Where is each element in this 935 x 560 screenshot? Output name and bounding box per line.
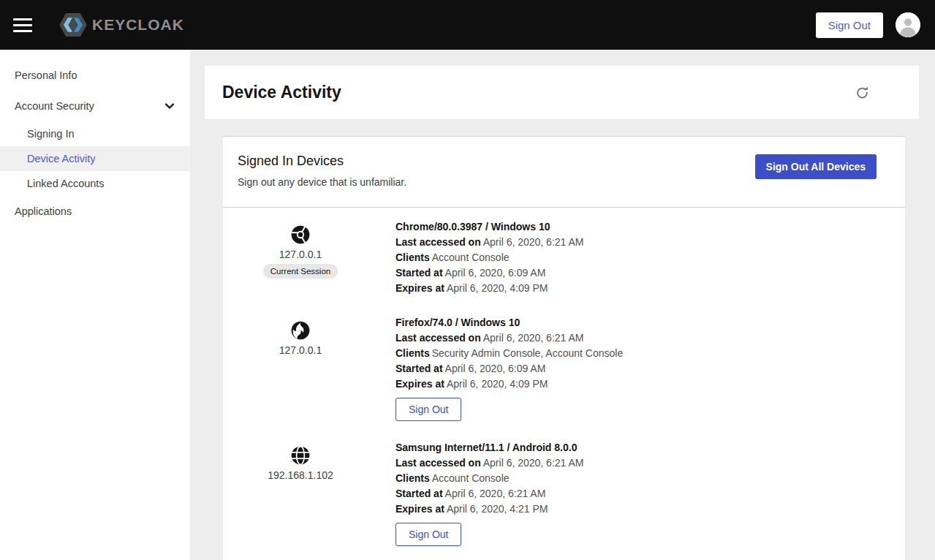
device-title: Firefox/74.0 / Windows 10 [395, 315, 623, 330]
clients-label: Clients [395, 472, 430, 484]
sign-out-all-devices-button[interactable]: Sign Out All Devices [755, 154, 877, 179]
sidebar-item-linked-accounts[interactable]: Linked Accounts [0, 171, 190, 196]
last-accessed-value: April 6, 2020, 6:21 AM [483, 332, 584, 344]
clients-line: ClientsAccount Console [395, 250, 584, 265]
expires-value: April 6, 2020, 4:21 PM [447, 503, 548, 515]
firefox-icon [290, 320, 311, 341]
started-value: April 6, 2020, 6:09 AM [445, 267, 546, 279]
device-ip: 192.168.1.102 [268, 469, 333, 481]
sidebar-item-signing-in[interactable]: Signing In [0, 121, 190, 146]
sidebar-item-applications[interactable]: Applications [0, 196, 190, 227]
expires-line: Expires atApril 6, 2020, 4:21 PM [395, 502, 584, 517]
started-line: Started atApril 6, 2020, 6:09 AM [395, 265, 584, 281]
expires-label: Expires at [395, 282, 444, 294]
main-content: Device Activity Signed In Devices Sign o… [190, 50, 935, 560]
last-accessed-label: Last accessed on [395, 236, 481, 248]
last-accessed-value: April 6, 2020, 6:21 AM [483, 457, 584, 469]
device-title: Chrome/80.0.3987 / Windows 10 [395, 219, 584, 235]
last-accessed-line: Last accessed onApril 6, 2020, 6:21 AM [395, 235, 584, 250]
page-header: Device Activity [205, 66, 919, 119]
device-sign-out-button[interactable]: Sign Out [395, 523, 461, 546]
device-row: 127.0.0.1 Firefox/74.0 / Windows 10 Last… [238, 315, 887, 421]
started-line: Started atApril 6, 2020, 6:09 AM [395, 361, 623, 377]
sidebar-item-personal-info[interactable]: Personal Info [0, 60, 190, 91]
globe-icon [290, 445, 311, 466]
device-row: 192.168.1.102 Samsung Internet/11.1 / An… [238, 440, 887, 546]
brand-text: KEYCLOAK [92, 16, 184, 34]
started-value: April 6, 2020, 6:21 AM [445, 488, 546, 499]
sidebar-item-account-security[interactable]: Account Security [0, 91, 190, 121]
current-session-badge: Current Session [263, 264, 338, 279]
clients-label: Clients [395, 347, 430, 359]
last-accessed-line: Last accessed onApril 6, 2020, 6:21 AM [395, 330, 623, 346]
last-accessed-label: Last accessed on [395, 332, 481, 344]
clients-value: Security Admin Console, Account Console [432, 347, 623, 359]
last-accessed-line: Last accessed onApril 6, 2020, 6:21 AM [395, 455, 584, 471]
last-accessed-value: April 6, 2020, 6:21 AM [483, 236, 584, 248]
expires-label: Expires at [395, 378, 444, 390]
page-title: Device Activity [222, 83, 341, 102]
device-ip: 127.0.0.1 [279, 249, 322, 260]
top-bar: KEYCLOAK Sign Out [0, 0, 935, 50]
device-row: 127.0.0.1 Current Session Chrome/80.0.39… [238, 219, 887, 296]
device-sign-out-button[interactable]: Sign Out [395, 398, 461, 421]
panel-title: Signed In Devices [238, 154, 406, 169]
expires-line: Expires atApril 6, 2020, 4:09 PM [395, 281, 584, 296]
expires-value: April 6, 2020, 4:09 PM [447, 282, 548, 294]
sidebar-item-device-activity[interactable]: Device Activity [0, 146, 190, 171]
started-label: Started at [395, 267, 443, 279]
chevron-down-icon [165, 103, 174, 109]
device-ip: 127.0.0.1 [279, 344, 322, 356]
expires-label: Expires at [395, 503, 444, 515]
device-title: Samsung Internet/11.1 / Android 8.0.0 [395, 440, 584, 455]
started-line: Started atApril 6, 2020, 6:21 AM [395, 486, 584, 502]
clients-value: Account Console [432, 251, 510, 263]
panel-subtitle: Sign out any device that is unfamiliar. [238, 176, 406, 188]
sidebar: Personal Info Account Security Signing I… [0, 50, 190, 560]
clients-value: Account Console [432, 472, 510, 484]
avatar[interactable] [896, 12, 920, 37]
device-list: 127.0.0.1 Current Session Chrome/80.0.39… [223, 208, 905, 560]
refresh-button[interactable] [855, 86, 869, 99]
started-label: Started at [395, 363, 443, 374]
started-value: April 6, 2020, 6:09 AM [445, 363, 546, 374]
keycloak-logo[interactable]: KEYCLOAK [58, 12, 184, 37]
expires-value: April 6, 2020, 4:09 PM [447, 378, 548, 390]
hamburger-menu-icon[interactable] [13, 12, 42, 38]
expires-line: Expires atApril 6, 2020, 4:09 PM [395, 377, 623, 392]
refresh-icon [855, 86, 869, 99]
clients-line: ClientsSecurity Admin Console, Account C… [395, 346, 623, 361]
user-icon [896, 12, 920, 37]
clients-label: Clients [395, 251, 430, 263]
signed-in-devices-panel: Signed In Devices Sign out any device th… [223, 136, 905, 560]
top-sign-out-button[interactable]: Sign Out [816, 12, 883, 38]
started-label: Started at [395, 488, 443, 499]
keycloak-hexagon-icon [58, 12, 88, 37]
last-accessed-label: Last accessed on [395, 457, 481, 469]
chrome-icon [290, 224, 311, 245]
clients-line: ClientsAccount Console [395, 471, 584, 486]
